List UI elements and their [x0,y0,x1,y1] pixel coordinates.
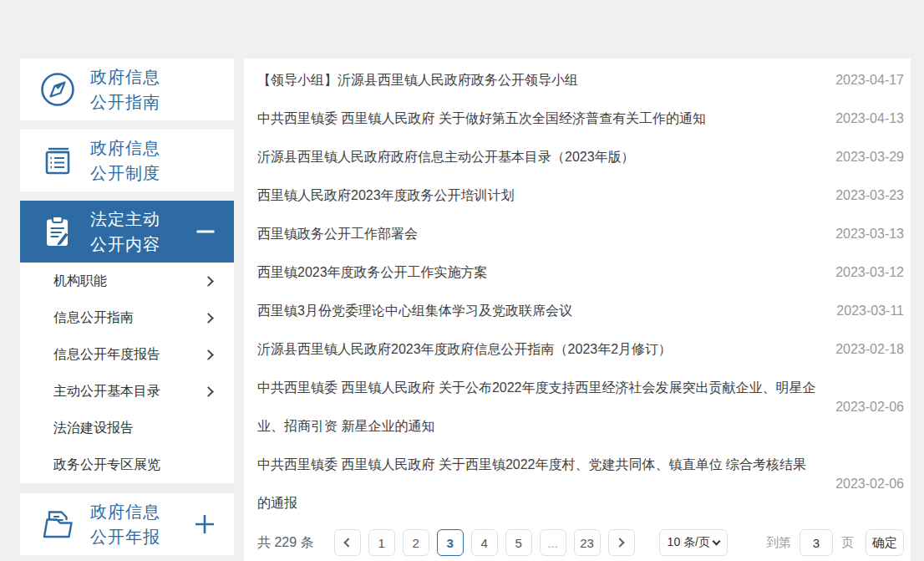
news-row[interactable]: 西里镇2023年度政务公开工作实施方案 2023-03-12 [257,253,904,292]
chevron-right-icon [203,349,214,360]
news-title-link[interactable]: 中共西里镇委 西里镇人民政府 关于西里镇2022年度村、党建共同体、镇直单位 综… [257,446,832,523]
news-row[interactable]: 【领导小组】沂源县西里镇人民政府政务公开领导小组 2023-04-17 [257,61,904,99]
chevron-right-icon [203,313,214,324]
news-row[interactable]: 中共西里镇委 西里镇人民政府 关于做好第五次全国经济普查有关工作的通知 2023… [257,99,904,138]
pagination-page-5[interactable]: 5 [505,529,532,556]
news-title-link[interactable]: 中共西里镇委 西里镇人民政府 关于公布2022年度支持西里经济社会发展突出贡献企… [257,369,832,446]
news-row[interactable]: 沂源县西里镇人民政府政府信息主动公开基本目录（2023年版） 2023-03-2… [257,138,904,176]
news-title-link[interactable]: 沂源县西里镇人民政府2023年度政府信息公开指南（2023年2月修订） [257,330,832,369]
news-date: 2023-04-17 [832,73,904,88]
news-row[interactable]: 西里镇政务公开工作部署会 2023-03-13 [257,215,904,253]
sidebar-item-label: 政府信息公开指南 [90,64,167,115]
sidebar-item-label: 政府信息公开制度 [90,135,167,186]
news-row[interactable]: 中共西里镇委 西里镇人民政府 关于公布2022年度支持西里经济社会发展突出贡献企… [257,369,904,446]
news-date: 2023-03-11 [832,303,904,319]
news-date: 2023-03-13 [832,227,904,242]
page-size-value: 10 条/页 [668,535,710,550]
goto-page-group: 到第 页 确定 [766,529,904,556]
sidebar-item-gov-info-system[interactable]: 政府信息公开制度 [20,130,234,191]
news-row[interactable]: 中共西里镇委 西里镇人民政府 关于西里镇2022年度村、党建共同体、镇直单位 综… [257,446,904,523]
pagination-page-1[interactable]: 1 [368,529,395,556]
submenu-item-annual-report[interactable]: 信息公开年度报告 [20,336,234,373]
news-title-link[interactable]: 中共西里镇委 西里镇人民政府 关于做好第五次全国经济普查有关工作的通知 [257,99,832,138]
goto-prefix-label: 到第 [766,535,791,551]
news-title-link[interactable]: 沂源县西里镇人民政府政府信息主动公开基本目录（2023年版） [257,138,832,176]
sidebar: 政府信息公开指南 政府信息公开制度 [20,59,234,555]
news-title-link[interactable]: 西里镇2023年度政务公开工作实施方案 [257,253,832,292]
news-title-link[interactable]: 西里镇人民政府2023年度政务公开培训计划 [257,176,832,215]
news-date: 2023-03-29 [832,150,904,165]
collapse-minus-icon[interactable] [195,222,216,242]
chevron-right-icon [203,386,214,397]
news-row[interactable]: 西里镇人民政府2023年度政务公开培训计划 2023-03-23 [257,176,904,215]
pagination-next-button[interactable] [608,529,635,556]
goto-page-input[interactable] [800,529,833,556]
pagination-ellipsis[interactable]: ... [540,529,566,556]
sidebar-item-gov-info-guide[interactable]: 政府信息公开指南 [20,59,234,120]
chevron-right-icon [615,538,624,547]
chevron-right-icon [203,276,214,287]
folder-icon [37,505,79,543]
goto-confirm-button[interactable]: 确定 [866,529,904,556]
chevron-down-icon [712,538,720,546]
news-row[interactable]: 西里镇3月份党委理论中心组集体学习及党政联席会议 2023-03-11 [257,292,904,330]
chevron-left-icon [343,538,353,547]
submenu-item-law-report[interactable]: 法治建设报告 [20,410,234,446]
submenu-item-organization[interactable]: 机构职能 [20,263,234,299]
compass-icon [37,70,79,109]
submenu-item-special-zone[interactable]: 政务公开专区展览 [20,446,234,483]
goto-suffix-label: 页 [841,535,854,551]
news-list-panel: 【领导小组】沂源县西里镇人民政府政务公开领导小组 2023-04-17 中共西里… [244,59,911,561]
notebook-icon [37,141,79,180]
pagination-page-2[interactable]: 2 [403,529,429,556]
news-title-link[interactable]: 西里镇3月份党委理论中心组集体学习及党政联席会议 [257,292,832,330]
pagination-prev-button[interactable] [334,529,361,556]
pagination-page-4[interactable]: 4 [471,529,498,556]
news-title-link[interactable]: 西里镇政务公开工作部署会 [257,215,832,253]
news-title-link[interactable]: 【领导小组】沂源县西里镇人民政府政务公开领导小组 [257,61,832,99]
clipboard-pencil-icon [37,212,79,251]
sidebar-item-statutory-disclosure[interactable]: 法定主动公开内容 [20,201,234,263]
sidebar-item-label: 政府信息公开年报 [90,499,167,549]
pagination-page-3-active[interactable]: 3 [437,529,464,556]
pagination-total: 共 229 条 [257,534,314,552]
news-date: 2023-03-12 [832,265,904,280]
news-date: 2023-03-23 [832,188,904,203]
page-size-select[interactable]: 10 条/页 [659,529,728,556]
news-date: 2023-02-06 [832,400,904,415]
expand-plus-icon[interactable] [194,513,216,535]
sidebar-item-label: 法定主动公开内容 [90,207,167,257]
news-date: 2023-02-18 [832,342,904,357]
submenu-item-info-guide[interactable]: 信息公开指南 [20,299,234,336]
sidebar-submenu: 机构职能 信息公开指南 信息公开年度报告 主动公开基本目录 法治建设报告 政务公… [20,263,234,483]
news-row[interactable]: 沂源县西里镇人民政府2023年度政府信息公开指南（2023年2月修订） 2023… [257,330,904,369]
news-date: 2023-02-06 [832,477,904,492]
pagination-bar: 共 229 条 1 2 3 4 5 ... 23 10 条/页 到第 页 确定 [257,529,904,556]
sidebar-item-annual-report[interactable]: 政府信息公开年报 [20,493,234,555]
news-date: 2023-04-13 [832,111,904,126]
pagination-page-23[interactable]: 23 [574,529,601,556]
submenu-item-catalog[interactable]: 主动公开基本目录 [20,373,234,410]
